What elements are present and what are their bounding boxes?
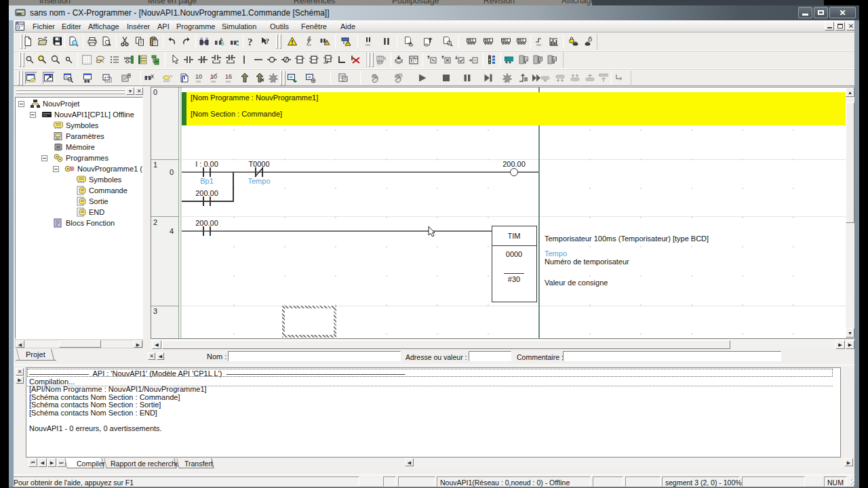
svg-text:rxn: rxn xyxy=(377,62,382,65)
svg-text:rxn: rxn xyxy=(536,43,541,47)
svg-text:rxn: rxn xyxy=(196,79,201,83)
svg-text:rxn: rxn xyxy=(307,43,311,47)
svg-text:?: ? xyxy=(266,37,269,45)
svg-text:?: ? xyxy=(248,37,253,47)
svg-text:rxn: rxn xyxy=(226,79,231,83)
svg-text:rxn: rxn xyxy=(211,79,216,83)
svg-text:rxn: rxn xyxy=(504,80,509,83)
svg-text:rxn: rxn xyxy=(270,80,275,83)
svg-text:rxn: rxn xyxy=(366,43,370,47)
svg-text:B: B xyxy=(221,41,224,46)
